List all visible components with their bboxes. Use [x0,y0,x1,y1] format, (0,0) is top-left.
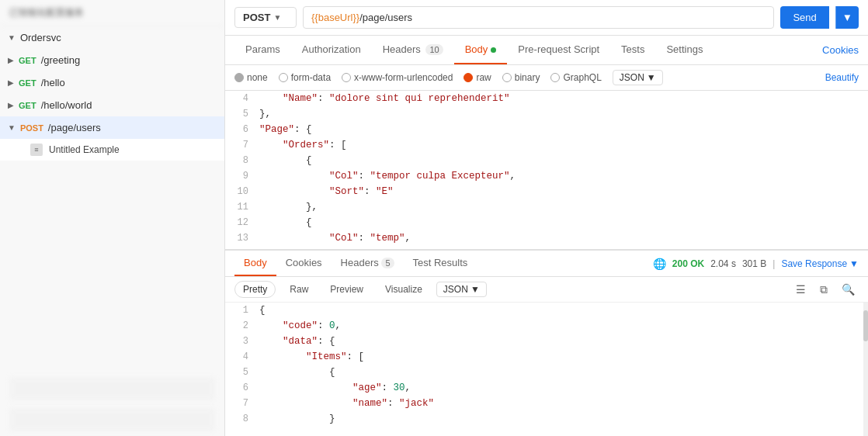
json-format-select[interactable]: JSON ▼ [613,70,663,85]
response-tab-headers[interactable]: Headers 5 [332,251,404,276]
code-line: 5 { [225,365,868,380]
code-line: 6 "Page": { [225,122,868,137]
headers-badge: 10 [425,44,443,55]
tab-body[interactable]: Body [454,36,508,64]
format-preview-button[interactable]: Preview [322,282,371,297]
chevron-down-icon: ▼ [8,33,16,42]
code-line: 13 "Col": "temp", [225,230,868,246]
method-badge-get: GET [19,78,36,88]
radio-form-data[interactable]: form-data [279,72,331,83]
radio-urlencoded[interactable]: x-www-form-urlencoded [342,72,453,83]
code-line: 12 { [225,215,868,230]
request-body-editor[interactable]: 4 "Name": "dolore sint qui reprehenderit… [225,91,868,250]
response-meta: 🌐 200 OK 2.04 s 301 B | Save Response ▼ [653,258,859,270]
radio-dot-binary [502,73,512,82]
code-line: 7 "name": "jack" [225,396,868,411]
chevron-down-icon: ▼ [647,72,656,83]
tab-params[interactable]: Params [234,36,291,64]
tab-tests[interactable]: Tests [610,36,655,64]
chevron-down-icon: ▼ [273,13,281,22]
response-tab-test-results[interactable]: Test Results [404,251,477,276]
url-path: /page/users [359,12,412,23]
chevron-right-icon: ▶ [8,56,14,64]
code-line: 10 "Sort": "E" [225,184,868,199]
radio-form-data-label: form-data [291,72,331,83]
request-tabs-bar: Params Authorization Headers 10 Body Pre… [225,36,868,65]
code-line: 5 }, [225,106,868,122]
send-button[interactable]: Send [780,6,828,29]
tab-headers[interactable]: Headers 10 [372,36,454,64]
url-base: {{baseUrl}} [311,12,359,23]
method-badge-post: POST [20,123,43,133]
body-type-bar: none form-data x-www-form-urlencoded raw… [225,65,868,91]
main-panel: POST ▼ {{baseUrl}}/page/users Send ▼ Par… [225,0,868,436]
headers-response-badge: 5 [381,258,394,268]
chevron-down-icon: ▼ [849,258,859,269]
method-select[interactable]: POST ▼ [234,7,297,28]
response-body[interactable]: 1 { 2 "code": 0, 3 "data": { 4 "Items": … [225,303,868,436]
tab-pre-request[interactable]: Pre-request Script [507,36,610,64]
sidebar-section-ordersvc: ▼ Ordersvc ▶ GET /greeting ▶ GET /hello … [0,26,224,161]
response-tab-cookies[interactable]: Cookies [276,251,332,276]
send-dropdown-button[interactable]: ▼ [835,6,859,29]
tab-settings[interactable]: Settings [655,36,713,64]
url-input[interactable]: {{baseUrl}}/page/users [303,6,774,29]
radio-raw-label: raw [476,72,491,83]
json-format-label: JSON [620,72,644,83]
status-badge: 200 OK [672,258,704,269]
body-dot [491,47,496,53]
save-response-button[interactable]: Save Response ▼ [781,258,859,269]
code-line: 4 "Items": [ [225,349,868,365]
sidebar-item-page-users[interactable]: ▼ POST /page/users [0,116,224,139]
code-line: 9 "Col": "tempor culpa Excepteur", [225,168,868,184]
response-format-label: JSON [443,284,468,295]
beautify-button[interactable]: Beautify [825,72,859,83]
wrap-lines-button[interactable]: ☰ [792,282,810,297]
method-badge-get: GET [19,101,36,110]
radio-dot-form-data [279,73,288,82]
radio-dot-none [234,73,244,82]
sidebar-item-hello-world[interactable]: ▶ GET /hello/world [0,94,224,116]
sidebar-bottom-placeholder2 [9,408,215,431]
method-label: POST [243,12,270,23]
format-pretty-button[interactable]: Pretty [234,281,276,298]
method-badge-get: GET [19,56,36,65]
radio-dot-graphql [550,73,560,82]
sidebar-bottom-placeholder [9,377,215,400]
response-size: 301 B [742,258,766,269]
radio-urlencoded-label: x-www-form-urlencoded [354,72,453,83]
radio-graphql[interactable]: GraphQL [550,72,601,83]
radio-binary[interactable]: binary [502,72,540,83]
ordersvc-label: Ordersvc [20,32,61,43]
radio-raw[interactable]: raw [464,72,491,83]
code-line: 3 "data": { [225,334,868,349]
scrollbar-track[interactable] [863,303,868,436]
document-icon: ≡ [30,144,43,156]
chevron-right-icon: ▶ [8,78,14,87]
copy-button[interactable]: ⧉ [816,282,832,298]
format-visualize-button[interactable]: Visualize [377,282,430,297]
path-label: /page/users [48,122,101,133]
radio-binary-label: binary [515,72,540,83]
response-tab-body[interactable]: Body [234,251,276,276]
scrollbar-thumb[interactable] [863,310,868,341]
tab-authorization[interactable]: Authorization [291,36,372,64]
sidebar-group-ordersvc[interactable]: ▼ Ordersvc [0,26,224,49]
response-section: Body Cookies Headers 5 Test Results 🌐 20… [225,250,868,436]
format-raw-button[interactable]: Raw [282,282,316,297]
radio-none-label: none [247,72,268,83]
sidebar-item-hello[interactable]: ▶ GET /hello [0,71,224,94]
code-line: 8 { [225,153,868,168]
path-label: /hello [41,77,65,88]
chevron-right-icon: ▶ [8,101,14,109]
search-button[interactable]: 🔍 [838,282,859,297]
radio-dot-raw [464,73,473,82]
response-time: 2.04 s [710,258,736,269]
cookies-link[interactable]: Cookies [822,36,859,64]
sidebar-item-greeting[interactable]: ▶ GET /greeting [0,49,224,71]
response-json-select[interactable]: JSON ▼ [436,282,487,297]
code-line: 2 "code": 0, [225,318,868,334]
radio-none[interactable]: none [234,72,268,83]
sidebar-child-untitled-example[interactable]: ≡ Untitled Example [0,139,224,161]
path-label: /greeting [41,54,81,66]
